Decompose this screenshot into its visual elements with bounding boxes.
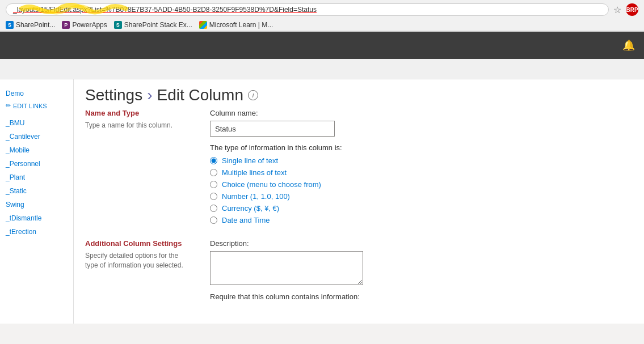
- radio-number[interactable]: Number (1, 1.0, 100): [210, 192, 633, 201]
- section-desc-name-type: Type a name for this column.: [85, 121, 187, 130]
- column-name-label: Column name:: [210, 109, 633, 117]
- url-field-underlined: Status: [297, 6, 317, 14]
- info-icon[interactable]: i: [248, 90, 258, 100]
- column-name-input[interactable]: [210, 121, 335, 137]
- section-content-name-type: Column name: The type of information in …: [210, 109, 633, 228]
- bookmark-label: SharePoint...: [16, 21, 55, 29]
- url-text: _layouts/15/FldEdit.aspx?List=%7B078E7B3…: [13, 6, 297, 14]
- address-bar: _layouts/15/FldEdit.aspx?List=%7B078E7B3…: [0, 0, 644, 19]
- radio-datetime[interactable]: Date and Time: [210, 216, 633, 224]
- radio-currency-input[interactable]: [210, 205, 217, 212]
- sidebar-nav: _BMU _Cantilever _Mobile _Personnel _Pla…: [0, 112, 73, 239]
- section-content-additional: Description: Require that this column co…: [210, 239, 633, 301]
- page-title-area: Settings › Edit Column i: [74, 79, 644, 109]
- radio-multiple-label: Multiple lines of text: [222, 168, 287, 177]
- bookmark-label: SharePoint Stack Ex...: [124, 21, 192, 29]
- radio-multiple-input[interactable]: [210, 169, 217, 176]
- powerapps-icon: P: [62, 21, 70, 29]
- name-and-type-section: Name and Type Type a name for this colum…: [85, 109, 633, 228]
- radio-datetime-input[interactable]: [210, 216, 217, 224]
- title-separator: ›: [147, 86, 152, 104]
- radio-single-label: Single line of text: [222, 156, 278, 165]
- section-desc-additional: Specify detailed options for the type of…: [85, 251, 187, 270]
- sidebar-item-cantilever[interactable]: _Cantilever: [0, 130, 73, 143]
- sidebar-item-mobile[interactable]: _Mobile: [0, 143, 73, 157]
- edit-icon: ✏: [6, 102, 11, 109]
- additional-settings-section: Additional Column Settings Specify detai…: [85, 239, 633, 301]
- radio-single-line[interactable]: Single line of text: [210, 156, 633, 165]
- sidebar-item-terection[interactable]: _tErection: [0, 225, 73, 239]
- spstack-icon: S: [114, 21, 122, 29]
- sidebar-item-swing[interactable]: Swing: [0, 198, 73, 211]
- sub-header: [0, 59, 644, 79]
- bookmark-spstack[interactable]: S SharePoint Stack Ex...: [114, 21, 192, 29]
- bookmark-label: PowerApps: [72, 21, 107, 29]
- type-label: The type of information in this column i…: [210, 143, 633, 152]
- radio-currency[interactable]: Currency ($, ¥, €): [210, 204, 633, 213]
- edit-links-label: EDIT LINKS: [13, 103, 47, 109]
- mslearn-icon: [199, 21, 207, 29]
- form-content: Name and Type Type a name for this colum…: [74, 109, 644, 324]
- sharepoint-icon: S: [6, 21, 14, 29]
- radio-number-input[interactable]: [210, 193, 217, 200]
- bell-icon[interactable]: 🔔: [622, 39, 635, 52]
- bookmarks-bar: S SharePoint... P PowerApps S SharePoint…: [0, 19, 644, 31]
- description-textarea[interactable]: [210, 251, 363, 285]
- sidebar-item-bmu[interactable]: _BMU: [0, 116, 73, 130]
- main-content: Demo ✏ EDIT LINKS _BMU _Cantilever _Mobi…: [0, 79, 644, 324]
- settings-title: Settings: [85, 86, 142, 104]
- bookmark-mslearn[interactable]: Microsoft Learn | M...: [199, 21, 273, 29]
- sidebar-item-personnel[interactable]: _Personnel: [0, 157, 73, 171]
- type-radio-group: The type of information in this column i…: [210, 143, 633, 224]
- page-title: Settings › Edit Column i: [85, 86, 633, 104]
- breadcrumb[interactable]: Demo: [0, 85, 73, 100]
- profile-badge[interactable]: BRP: [626, 3, 638, 16]
- require-label: Require that this column contains inform…: [210, 292, 633, 301]
- section-label-name-type: Name and Type Type a name for this colum…: [85, 109, 187, 228]
- sidebar: Demo ✏ EDIT LINKS _BMU _Cantilever _Mobi…: [0, 79, 74, 324]
- radio-multiple-lines[interactable]: Multiple lines of text: [210, 168, 633, 177]
- description-label: Description:: [210, 239, 633, 248]
- radio-datetime-label: Date and Time: [222, 216, 270, 224]
- radio-choice-input[interactable]: [210, 181, 217, 188]
- url-bar[interactable]: _layouts/15/FldEdit.aspx?List=%7B078E7B3…: [6, 3, 609, 16]
- bookmark-powerapps[interactable]: P PowerApps: [62, 21, 107, 29]
- radio-currency-label: Currency ($, ¥, €): [222, 204, 279, 213]
- radio-single-input[interactable]: [210, 157, 217, 164]
- bookmark-sharepoint[interactable]: S SharePoint...: [6, 21, 55, 29]
- bookmark-label: Microsoft Learn | M...: [209, 21, 273, 29]
- section-title-name-type: Name and Type: [85, 109, 187, 117]
- radio-choice-label: Choice (menu to choose from): [222, 180, 321, 189]
- star-icon[interactable]: ☆: [613, 5, 621, 15]
- section-label-additional: Additional Column Settings Specify detai…: [85, 239, 187, 301]
- edit-column-title: Edit Column: [157, 86, 244, 104]
- app-header: 🔔: [0, 32, 644, 59]
- sidebar-item-tdismantle[interactable]: _tDismantle: [0, 211, 73, 225]
- sidebar-item-plant[interactable]: _Plant: [0, 171, 73, 184]
- edit-links[interactable]: ✏ EDIT LINKS: [0, 100, 73, 112]
- radio-choice[interactable]: Choice (menu to choose from): [210, 180, 633, 189]
- radio-number-label: Number (1, 1.0, 100): [222, 192, 290, 201]
- sidebar-item-static[interactable]: _Static: [0, 184, 73, 198]
- section-title-additional: Additional Column Settings: [85, 239, 187, 248]
